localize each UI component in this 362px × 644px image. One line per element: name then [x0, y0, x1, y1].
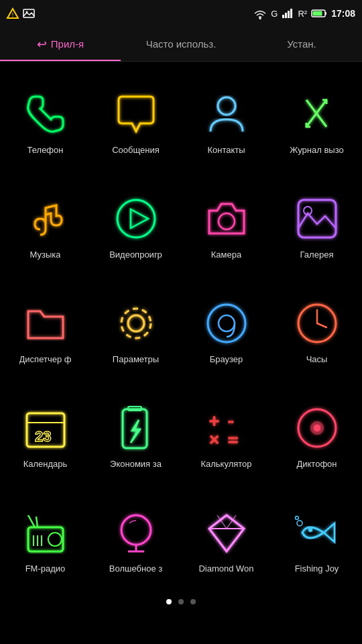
svg-rect-5 — [282, 15, 284, 18]
nav-tabs: ↩ Прил-я Часто использ. Устан. — [0, 27, 362, 62]
app-messages[interactable]: Сообщения — [90, 68, 181, 173]
svg-text:=: = — [228, 429, 238, 449]
app-calculator[interactable]: + - × = Калькулятор — [181, 382, 272, 487]
app-calllog[interactable]: Журнал вызо — [272, 68, 362, 173]
svg-text:-: - — [228, 411, 234, 431]
network-g: G — [271, 9, 278, 19]
app-music[interactable]: Музыка — [0, 173, 90, 278]
calllog-label: Журнал вызо — [290, 145, 343, 155]
svg-point-15 — [219, 213, 235, 229]
tab-installed[interactable]: Устан. — [241, 27, 362, 61]
signal-icon — [282, 8, 294, 19]
calendar-icon: 23 — [19, 401, 72, 455]
music-label: Музыка — [30, 250, 61, 260]
app-dictaphone[interactable]: Диктофон — [272, 382, 362, 487]
app-clock[interactable]: Часы — [272, 278, 362, 382]
gallery-icon — [290, 192, 344, 246]
browser-label: Браузер — [210, 354, 243, 364]
settings-label: Параметры — [113, 354, 159, 364]
settings-icon — [109, 297, 163, 350]
mirror-icon — [109, 506, 163, 559]
svg-rect-7 — [288, 11, 290, 18]
svg-text:!: ! — [12, 11, 14, 18]
app-camera[interactable]: Камера — [181, 173, 272, 278]
tab-installed-label: Устан. — [287, 38, 316, 50]
wifi-icon — [253, 8, 267, 19]
calllog-icon — [290, 87, 344, 141]
calculator-label: Калькулятор — [200, 459, 251, 469]
svg-marker-47 — [209, 515, 244, 551]
fishing-icon — [290, 506, 344, 559]
app-settings[interactable]: Параметры — [90, 278, 181, 382]
phone-label: Телефон — [27, 145, 64, 155]
phone-icon — [19, 87, 72, 141]
contacts-icon — [200, 87, 253, 141]
app-filemanager[interactable]: Диспетчер ф — [0, 278, 90, 382]
tab-apps[interactable]: ↩ Прил-я — [0, 27, 121, 61]
svg-point-21 — [219, 315, 235, 331]
svg-line-24 — [317, 323, 326, 327]
app-battery[interactable]: Экономия за — [90, 382, 181, 487]
battery-label: Экономия за — [110, 459, 162, 469]
battery-icon — [311, 9, 327, 18]
app-grid: Телефон Сообщения Контакты — [0, 62, 362, 592]
music-icon — [19, 192, 72, 246]
svg-point-43 — [48, 533, 62, 546]
diamond-icon — [200, 506, 253, 559]
app-calendar[interactable]: 23 Календарь — [0, 382, 90, 487]
videoplayer-icon — [109, 192, 163, 246]
svg-rect-6 — [285, 13, 287, 18]
svg-marker-14 — [131, 209, 148, 228]
svg-text:+: + — [209, 411, 219, 431]
svg-point-18 — [128, 315, 144, 331]
svg-point-36 — [314, 425, 320, 431]
contacts-label: Контакты — [207, 145, 245, 155]
image-icon — [23, 7, 35, 19]
tab-frequent[interactable]: Часто использ. — [121, 27, 241, 61]
svg-rect-11 — [313, 11, 322, 16]
app-radio[interactable]: FM-радио — [0, 487, 90, 592]
app-gallery[interactable]: Галерея — [272, 173, 362, 278]
camera-icon — [200, 192, 253, 246]
status-icons-right: G R² 17:08 — [253, 8, 355, 19]
messages-label: Сообщения — [112, 145, 160, 155]
svg-line-38 — [28, 515, 35, 527]
clock-label: Часы — [306, 354, 328, 364]
svg-point-44 — [121, 515, 151, 545]
app-browser[interactable]: Браузер — [181, 278, 272, 382]
tab-apps-label: Прил-я — [51, 38, 84, 50]
svg-text:23: 23 — [35, 428, 51, 445]
clock-icon — [290, 297, 344, 350]
dictaphone-icon — [290, 401, 344, 455]
browser-icon — [200, 297, 253, 350]
gallery-label: Галерея — [300, 250, 334, 260]
dictaphone-label: Диктофон — [296, 459, 337, 469]
app-videoplayer[interactable]: Видеопроигр — [90, 173, 181, 278]
battery-saver-icon — [109, 401, 163, 455]
app-mirror[interactable]: Волшебное з — [90, 487, 181, 592]
page-dot-1 — [166, 599, 172, 604]
app-contacts[interactable]: Контакты — [181, 68, 272, 173]
page-indicators — [0, 592, 362, 612]
svg-text:×: × — [209, 429, 219, 449]
tab-apps-icon: ↩ — [37, 37, 47, 52]
svg-point-4 — [259, 17, 261, 19]
app-diamond[interactable]: Diamond Won — [181, 487, 272, 592]
status-icons-left: ! — [7, 7, 35, 19]
time-display: 17:08 — [331, 8, 355, 19]
svg-point-51 — [308, 528, 312, 532]
fishing-label: Fishing Joy — [295, 564, 339, 574]
status-bar: ! G R² 17:08 — [0, 0, 362, 27]
radio-icon — [19, 506, 72, 559]
app-fishing[interactable]: Fishing Joy — [272, 487, 362, 592]
app-phone[interactable]: Телефон — [0, 68, 90, 173]
page-dot-2 — [178, 599, 184, 604]
calendar-label: Календарь — [23, 459, 68, 469]
filemanager-label: Диспетчер ф — [19, 354, 72, 364]
videoplayer-label: Видеопроигр — [109, 250, 162, 260]
svg-rect-10 — [325, 12, 326, 15]
tab-frequent-label: Часто использ. — [146, 38, 217, 50]
svg-point-53 — [295, 516, 298, 519]
svg-point-19 — [121, 309, 151, 338]
svg-rect-8 — [290, 9, 292, 18]
